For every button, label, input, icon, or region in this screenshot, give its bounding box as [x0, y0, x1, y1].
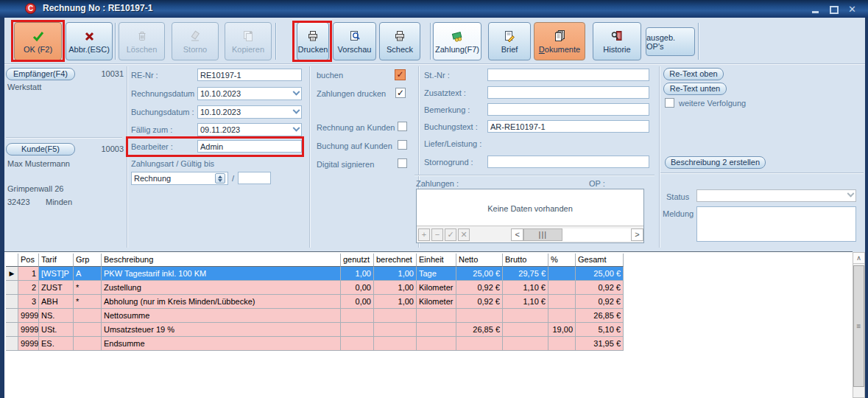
rechnung-an-kunden-checkbox[interactable]: [398, 122, 407, 131]
table-cell[interactable]: Umsatzsteuer 19 %: [102, 323, 341, 337]
re-nr-input[interactable]: [197, 69, 302, 81]
table-cell[interactable]: 1,10 €: [503, 295, 548, 309]
table-cell[interactable]: NS.: [39, 309, 74, 323]
table-cell[interactable]: [548, 295, 576, 309]
table-cell[interactable]: [548, 267, 576, 281]
table-row[interactable]: 99993ES.Endsumme31,95 €: [6, 337, 625, 351]
ok-f2-button[interactable]: OK (F2): [14, 22, 62, 60]
buchungsdatum-combo[interactable]: 10.10.2023: [197, 105, 302, 119]
table-cell[interactable]: *: [74, 281, 102, 295]
table-cell[interactable]: 99992: [18, 323, 39, 337]
table-cell[interactable]: [503, 309, 548, 323]
table-cell[interactable]: [74, 309, 102, 323]
empfaenger-button[interactable]: Empfänger(F4): [6, 68, 75, 80]
abbr-esc-button[interactable]: Abbr.(ESC): [66, 22, 113, 60]
table-cell[interactable]: [374, 309, 417, 323]
table-cell[interactable]: 1: [18, 267, 39, 281]
faellig-combo[interactable]: 09.11.2023: [197, 123, 302, 136]
table-cell[interactable]: 0,92 €: [576, 281, 624, 295]
re-text-unten-button[interactable]: Re-Text unten: [663, 83, 727, 95]
beschreibung-2-button[interactable]: Beschreibung 2 erstellen: [665, 156, 766, 169]
table-cell[interactable]: Nettosumme: [102, 309, 341, 323]
historie-button[interactable]: Historie: [593, 22, 641, 60]
table-cell[interactable]: [548, 337, 576, 351]
zahlung-f7-button[interactable]: Zahlung(F7): [433, 22, 481, 60]
scroll-up-button[interactable]: ∧: [853, 253, 864, 264]
table-row[interactable]: 3ABH*Abholung (nur im Kreis Minden/Lübbe…: [6, 295, 625, 309]
title-bar[interactable]: C Rechnung No : RE10197-1 ✕: [0, 0, 868, 18]
drucken-button[interactable]: Drucken: [297, 22, 329, 60]
column-header[interactable]: Beschreibung: [102, 254, 341, 267]
table-cell[interactable]: 99993: [18, 337, 39, 351]
table-cell[interactable]: [341, 309, 374, 323]
table-cell[interactable]: [456, 309, 503, 323]
column-header[interactable]: Pos: [18, 254, 39, 267]
confirm-row-button[interactable]: ✓: [445, 228, 456, 241]
payments-grid[interactable]: Keine Daten vorhanden + − ✓ ✕ < ||| >: [416, 189, 644, 243]
table-cell[interactable]: 0,92 €: [576, 295, 624, 309]
rechnungsdatum-combo[interactable]: 10.10.2023: [197, 87, 302, 100]
table-cell[interactable]: 26,85 €: [456, 323, 503, 337]
row-selector-cell[interactable]: [6, 295, 18, 309]
hscroll-thumb[interactable]: |||: [523, 228, 562, 241]
table-cell[interactable]: Abholung (nur im Kreis Minden/Lübbecke): [102, 295, 341, 309]
re-text-oben-button[interactable]: Re-Text oben: [663, 68, 724, 80]
column-header[interactable]: Brutto: [503, 254, 548, 267]
dokumente-button[interactable]: Dokumente: [534, 22, 585, 60]
zahlungen-drucken-checkbox[interactable]: ✓: [395, 88, 406, 98]
table-row[interactable]: 2ZUST*Zustellung0,001,00Kilometer0,92 €1…: [6, 281, 625, 295]
table-cell[interactable]: Endsumme: [102, 337, 341, 351]
table-cell[interactable]: 0,00: [341, 295, 374, 309]
row-selector-cell[interactable]: [6, 323, 18, 337]
table-cell[interactable]: [374, 323, 417, 337]
row-selector-cell[interactable]: [6, 309, 18, 323]
hscroll-track[interactable]: [562, 228, 632, 241]
gueltig-bis-input[interactable]: [238, 172, 271, 184]
table-cell[interactable]: Kilometer: [417, 295, 456, 309]
column-header[interactable]: Gesamt: [576, 254, 624, 267]
table-cell[interactable]: 31,95 €: [576, 337, 624, 351]
table-cell[interactable]: 2: [18, 281, 39, 295]
bemerkung-input[interactable]: [487, 103, 649, 116]
table-cell[interactable]: 5,10 €: [576, 323, 624, 337]
table-cell[interactable]: USt.: [39, 323, 74, 337]
vscroll-thumb[interactable]: ≡: [853, 265, 864, 387]
table-row[interactable]: 99992USt.Umsatzsteuer 19 %26,85 €19,005,…: [6, 323, 625, 337]
column-header[interactable]: berechnet: [374, 254, 417, 267]
table-cell[interactable]: [417, 309, 456, 323]
table-cell[interactable]: [417, 323, 456, 337]
table-row[interactable]: 99991NS.Nettosumme26,85 €: [6, 309, 625, 323]
column-header[interactable]: Tarif: [39, 254, 74, 267]
table-cell[interactable]: Zustellung: [102, 281, 341, 295]
buchen-checkbox[interactable]: ✓: [395, 69, 406, 80]
table-cell[interactable]: 0,00: [341, 281, 374, 295]
table-cell[interactable]: ABH: [39, 295, 74, 309]
meldung-textarea[interactable]: [696, 206, 856, 242]
delete-row-button[interactable]: −: [431, 228, 443, 241]
table-cell[interactable]: [374, 337, 417, 351]
table-cell[interactable]: [456, 337, 503, 351]
add-row-button[interactable]: +: [418, 228, 430, 241]
column-header[interactable]: genutzt: [341, 254, 374, 267]
close-button[interactable]: ✕: [847, 4, 858, 14]
table-cell[interactable]: 19,00: [548, 323, 576, 337]
row-selector-cell[interactable]: [6, 281, 18, 295]
table-cell[interactable]: 1,00: [341, 267, 374, 281]
table-cell[interactable]: 26,85 €: [576, 309, 624, 323]
st-nr-input[interactable]: [487, 69, 649, 81]
table-cell[interactable]: [74, 337, 102, 351]
brief-button[interactable]: Brief: [488, 22, 531, 60]
spinner-icon[interactable]: [215, 173, 225, 184]
table-cell[interactable]: 25,00 €: [576, 267, 624, 281]
table-cell[interactable]: [341, 323, 374, 337]
scroll-right-button[interactable]: >: [631, 228, 643, 241]
table-cell[interactable]: 1,00: [374, 267, 417, 281]
table-cell[interactable]: [548, 281, 576, 295]
table-cell[interactable]: 1,10 €: [503, 281, 548, 295]
table-row[interactable]: ▶1[WST]PAPKW Tagestarif inkl. 100 KM1,00…: [6, 267, 625, 281]
maximize-button[interactable]: [828, 4, 839, 14]
minimize-button[interactable]: [810, 4, 821, 14]
column-header[interactable]: [6, 254, 18, 267]
table-cell[interactable]: Kilometer: [417, 281, 456, 295]
table-cell[interactable]: *: [74, 295, 102, 309]
